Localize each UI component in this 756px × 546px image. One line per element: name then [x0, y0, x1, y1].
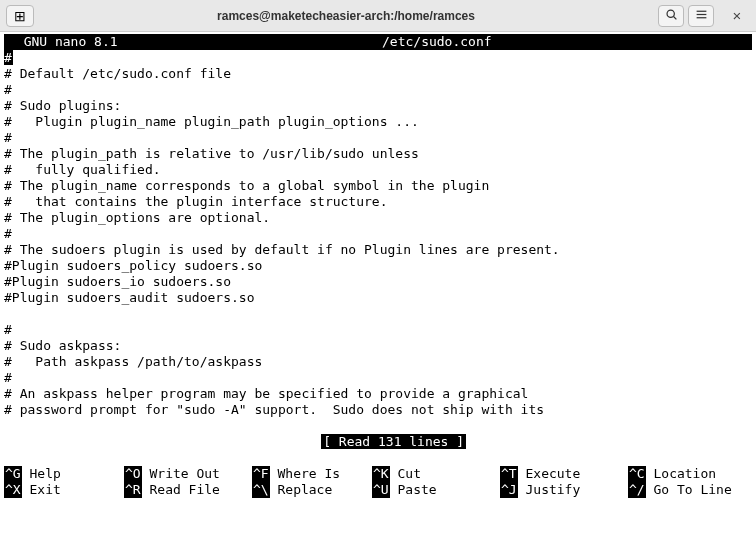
window-titlebar: ⊞ ramces@maketecheasier-arch:/home/ramce…	[0, 0, 756, 32]
terminal-area[interactable]: GNU nano 8.1 /etc/sudo.conf ## Default /…	[0, 32, 756, 498]
file-line: # Sudo plugins:	[4, 98, 752, 114]
shortcut-label: Cut	[390, 466, 421, 482]
cursor: #	[4, 50, 13, 65]
file-line: #	[4, 370, 752, 386]
shortcut-key: ^\	[252, 482, 270, 498]
file-line: #	[4, 130, 752, 146]
shortcut-cell: ^O Write Out	[124, 466, 252, 482]
close-button[interactable]: ×	[724, 5, 750, 27]
titlebar-controls: ×	[658, 5, 750, 27]
file-line: #	[4, 322, 752, 338]
file-line: #Plugin sudoers_policy sudoers.so	[4, 258, 752, 274]
file-line: # The sudoers plugin is used by default …	[4, 242, 752, 258]
file-line: # that contains the plugin interface str…	[4, 194, 752, 210]
file-path: /etc/sudo.conf	[378, 34, 496, 50]
file-line: # Sudo askpass:	[4, 338, 752, 354]
svg-point-0	[667, 10, 674, 17]
shortcut-label: Where Is	[270, 466, 340, 482]
file-line: # Plugin plugin_name plugin_path plugin_…	[4, 114, 752, 130]
shortcut-key: ^K	[372, 466, 390, 482]
shortcut-label: Justify	[518, 482, 581, 498]
file-line: # The plugin_path is relative to /usr/li…	[4, 146, 752, 162]
shortcut-key: ^U	[372, 482, 390, 498]
file-line	[4, 306, 752, 322]
shortcut-label: Help	[22, 466, 61, 482]
shortcut-cell: ^J Justify	[500, 482, 628, 498]
file-line: # Default /etc/sudo.conf file	[4, 66, 752, 82]
file-line: # The plugin_options are optional.	[4, 210, 752, 226]
file-line: # Path askpass /path/to/askpass	[4, 354, 752, 370]
shortcut-cell: ^/ Go To Line	[628, 482, 752, 498]
shortcut-label: Location	[646, 466, 716, 482]
file-line: # password prompt for "sudo -A" support.…	[4, 402, 752, 418]
shortcut-key: ^/	[628, 482, 646, 498]
shortcut-cell: ^K Cut	[372, 466, 500, 482]
search-button[interactable]	[658, 5, 684, 27]
shortcut-cell: ^R Read File	[124, 482, 252, 498]
svg-line-1	[673, 16, 676, 19]
file-line: #Plugin sudoers_audit sudoers.so	[4, 290, 752, 306]
shortcut-label: Paste	[390, 482, 437, 498]
shortcut-label: Write Out	[142, 466, 220, 482]
shortcut-cell: ^X Exit	[4, 482, 124, 498]
shortcut-cell: ^F Where Is	[252, 466, 372, 482]
shortcut-cell: ^U Paste	[372, 482, 500, 498]
file-line: # An askpass helper program may be speci…	[4, 386, 752, 402]
shortcut-cell: ^C Location	[628, 466, 752, 482]
file-line: #Plugin sudoers_io sudoers.so	[4, 274, 752, 290]
file-line: # fully qualified.	[4, 162, 752, 178]
shortcut-cell: ^T Execute	[500, 466, 628, 482]
hamburger-icon	[695, 8, 708, 24]
file-content: ## Default /etc/sudo.conf file## Sudo pl…	[4, 50, 752, 418]
shortcut-bar: ^G Help^O Write Out^F Where Is^K Cut^T E…	[4, 466, 752, 498]
shortcut-cell: ^\ Replace	[252, 482, 372, 498]
new-tab-button[interactable]: ⊞	[6, 5, 34, 27]
shortcut-key: ^X	[4, 482, 22, 498]
close-icon: ×	[733, 7, 742, 24]
nano-header: GNU nano 8.1 /etc/sudo.conf	[4, 34, 752, 50]
shortcut-key: ^O	[124, 466, 142, 482]
file-line: #	[4, 226, 752, 242]
shortcut-key: ^T	[500, 466, 518, 482]
plus-icon: ⊞	[14, 8, 26, 24]
search-icon	[665, 8, 678, 24]
status-message: [ Read 131 lines ]	[321, 434, 466, 449]
shortcut-label: Go To Line	[646, 482, 732, 498]
window-title: ramces@maketecheasier-arch:/home/ramces	[34, 9, 658, 23]
status-row: [ Read 131 lines ]	[4, 418, 752, 466]
shortcut-label: Execute	[518, 466, 581, 482]
file-line: #	[4, 50, 752, 66]
shortcut-key: ^G	[4, 466, 22, 482]
shortcut-key: ^F	[252, 466, 270, 482]
shortcut-cell: ^G Help	[4, 466, 124, 482]
menu-button[interactable]	[688, 5, 714, 27]
file-line: # The plugin_name corresponds to a globa…	[4, 178, 752, 194]
shortcut-key: ^J	[500, 482, 518, 498]
shortcut-label: Read File	[142, 482, 220, 498]
editor-name: GNU nano 8.1	[4, 34, 122, 50]
shortcut-label: Replace	[270, 482, 333, 498]
shortcut-label: Exit	[22, 482, 61, 498]
shortcut-key: ^R	[124, 482, 142, 498]
shortcut-key: ^C	[628, 466, 646, 482]
file-line: #	[4, 82, 752, 98]
